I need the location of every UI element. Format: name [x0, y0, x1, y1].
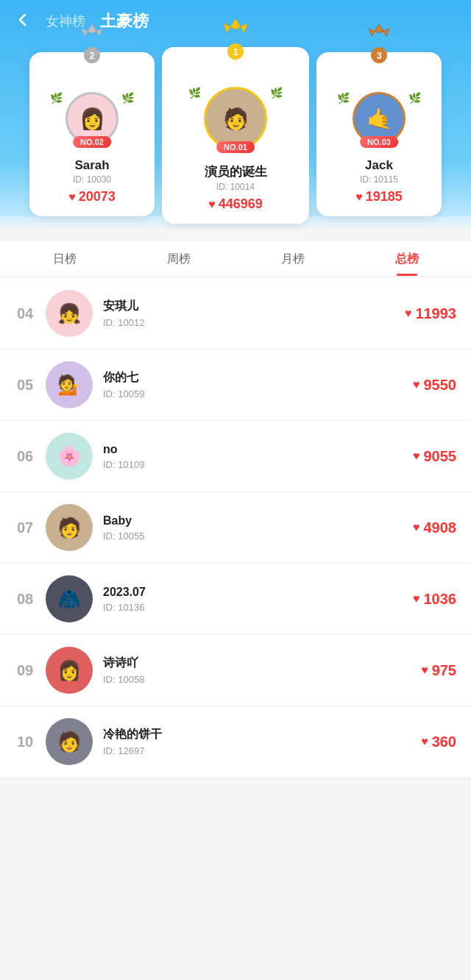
heart-list: ♥ [413, 521, 420, 534]
heart-first: ♥ [208, 198, 216, 211]
list-item[interactable]: 10 🧑 冷艳的饼干 ID: 12697 ♥ 360 [0, 706, 471, 778]
list-rank: 10 [15, 734, 35, 750]
heart-list: ♥ [405, 307, 412, 320]
list-avatar: 💁 [46, 361, 93, 408]
list-id: ID: 12697 [103, 745, 411, 756]
score-value: 360 [432, 734, 456, 750]
list-score: ♥ 975 [421, 662, 456, 679]
heart-list: ♥ [413, 450, 420, 463]
tab-total[interactable]: 总榜 [350, 241, 464, 276]
list-score: ♥ 9055 [413, 448, 456, 465]
list-info: 诗诗吖 ID: 10058 [103, 656, 411, 685]
score-value: 9550 [424, 377, 457, 394]
list-id: ID: 10136 [103, 602, 403, 613]
crown-second [81, 23, 103, 46]
score-third: ♥ 19185 [316, 189, 442, 205]
list-rank: 08 [15, 591, 35, 608]
list-info: no ID: 10109 [103, 443, 403, 470]
laurel-left-first: 🌿 [188, 87, 201, 156]
name-third: Jack [316, 158, 442, 173]
list-avatar: 🧑 [46, 504, 93, 551]
list-id: ID: 10012 [103, 317, 394, 328]
list-avatar: 🧥 [46, 575, 93, 622]
badge-first: NO.01 [216, 141, 255, 153]
score-value: 11993 [415, 305, 456, 322]
list-avatar: 🌸 [46, 433, 93, 480]
name-first: 演员的诞生 [162, 163, 309, 180]
heart-third: ♥ [355, 191, 363, 204]
laurel-left-third: 🌿 [337, 92, 350, 151]
tab-bar: 日榜 周榜 月榜 总榜 [0, 241, 471, 277]
list-info: Baby ID: 10055 [103, 514, 403, 542]
list-item[interactable]: 04 👧 安琪儿 ID: 10012 ♥ 11993 [0, 278, 471, 349]
list-id: ID: 10109 [103, 459, 403, 470]
list-name: 诗诗吖 [103, 656, 411, 671]
list-score: ♥ 9550 [413, 377, 456, 394]
id-third: ID: 10115 [316, 174, 442, 185]
rank-num-third: 3 [371, 47, 387, 63]
list-item[interactable]: 06 🌸 no ID: 10109 ♥ 9055 [0, 421, 471, 492]
laurel-right-second: 🌿 [121, 92, 134, 151]
svg-marker-2 [369, 24, 389, 36]
list-info: 安琪儿 ID: 10012 [103, 299, 394, 328]
podium-first[interactable]: 1 🌿 🧑 NO.01 🌿 演员的诞生 ID: 10014 ♥ 446969 [162, 47, 309, 224]
id-second: ID: 10030 [29, 174, 155, 185]
crown-first [223, 18, 248, 42]
back-button[interactable] [15, 12, 31, 31]
list-name: no [103, 443, 403, 456]
list-item[interactable]: 08 🧥 2023.07 ID: 10136 ♥ 1036 [0, 564, 471, 635]
laurel-right-third: 🌿 [408, 92, 421, 151]
laurel-left-second: 🌿 [50, 92, 63, 151]
list-name: Baby [103, 514, 403, 528]
list-id: ID: 10055 [103, 530, 403, 542]
score-value: 1036 [424, 591, 457, 608]
list-id: ID: 10059 [103, 388, 403, 400]
list-rank: 07 [15, 519, 35, 536]
podium-section: 2 🌿 👩 NO.02 🌿 Sarah ID: 10030 ♥ 20073 [0, 40, 471, 216]
list-item[interactable]: 05 💁 你的七 ID: 10059 ♥ 9550 [0, 349, 471, 421]
list-rank: 06 [15, 448, 35, 465]
id-first: ID: 10014 [162, 182, 309, 192]
list-item[interactable]: 09 👩 诗诗吖 ID: 10058 ♥ 975 [0, 635, 471, 706]
score-value: 9055 [424, 448, 457, 465]
list-rank: 04 [15, 305, 35, 322]
list-info: 2023.07 ID: 10136 [103, 586, 403, 613]
list-item[interactable]: 07 🧑 Baby ID: 10055 ♥ 4908 [0, 492, 471, 564]
list-score: ♥ 4908 [413, 519, 456, 536]
tab-weekly[interactable]: 周榜 [121, 241, 236, 276]
rank-num-second: 2 [84, 47, 100, 63]
name-second: Sarah [29, 158, 155, 173]
podium-third[interactable]: 3 🌿 🤙 NO.03 🌿 Jack ID: 10115 ♥ 19185 [316, 52, 442, 216]
svg-marker-1 [224, 19, 247, 32]
list-avatar: 🧑 [46, 718, 93, 765]
score-second: ♥ 20073 [29, 189, 155, 205]
heart-list: ♥ [413, 378, 420, 391]
ranking-list: 04 👧 安琪儿 ID: 10012 ♥ 11993 05 💁 你的七 ID: … [0, 278, 471, 778]
laurel-right-first: 🌿 [270, 87, 283, 156]
tab-tuhao[interactable]: 土豪榜 [100, 10, 149, 32]
score-first: ♥ 446969 [162, 196, 309, 212]
score-value: 975 [432, 662, 456, 679]
list-score: ♥ 360 [421, 734, 456, 750]
heart-list: ♥ [413, 592, 420, 606]
badge-third: NO.03 [360, 136, 398, 148]
list-id: ID: 10058 [103, 674, 411, 685]
heart-second: ♥ [68, 191, 76, 204]
heart-list: ♥ [421, 664, 428, 677]
crown-third [368, 23, 390, 46]
list-avatar: 👩 [46, 647, 93, 694]
list-name: 安琪儿 [103, 299, 394, 314]
tab-monthly[interactable]: 月榜 [236, 241, 350, 276]
tab-goddess[interactable]: 女神榜 [46, 13, 85, 30]
list-name: 你的七 [103, 370, 403, 386]
heart-list: ♥ [421, 735, 428, 748]
list-score: ♥ 11993 [405, 305, 456, 322]
podium-second[interactable]: 2 🌿 👩 NO.02 🌿 Sarah ID: 10030 ♥ 20073 [29, 52, 155, 216]
score-value: 4908 [424, 519, 457, 536]
list-rank: 09 [15, 662, 35, 679]
list-avatar: 👧 [46, 290, 93, 337]
list-score: ♥ 1036 [413, 591, 456, 608]
badge-second: NO.02 [73, 136, 111, 148]
tab-daily[interactable]: 日榜 [7, 241, 121, 276]
list-name: 2023.07 [103, 586, 403, 599]
